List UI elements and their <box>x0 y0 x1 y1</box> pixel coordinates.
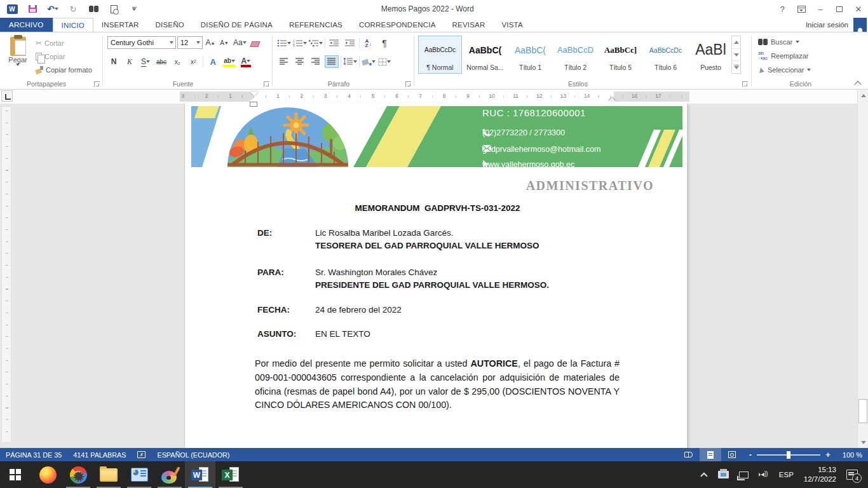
clear-formatting-button[interactable] <box>249 36 262 49</box>
zoom-out-button[interactable]: - <box>749 450 752 459</box>
redo-button[interactable]: ↻ <box>66 3 80 15</box>
help-button[interactable]: ? <box>773 0 792 18</box>
tray-printer[interactable] <box>714 461 733 488</box>
zoom-slider[interactable] <box>757 454 820 456</box>
font-color-button[interactable]: A <box>240 55 252 68</box>
right-indent-marker[interactable] <box>608 97 616 102</box>
styles-scroll-down[interactable] <box>732 49 740 62</box>
taskbar-chrome[interactable] <box>63 461 93 488</box>
copy-button[interactable]: Copiar <box>34 50 93 63</box>
start-button[interactable] <box>0 461 31 488</box>
find-button[interactable]: Buscar <box>758 36 799 48</box>
style-normal-sa[interactable]: AaBbC( Normal Sa... <box>463 36 507 74</box>
taskbar-file-explorer[interactable] <box>93 461 124 488</box>
tray-network[interactable] <box>735 461 753 488</box>
taskbar-word[interactable]: W <box>185 461 215 488</box>
sign-in-area[interactable]: Iniciar sesión <box>806 18 868 32</box>
close-button[interactable]: ✕ <box>849 0 868 18</box>
subscript-button[interactable]: x₂ <box>171 55 184 68</box>
font-family-combo[interactable]: Century Gothi <box>107 36 176 49</box>
font-dialog-launcher[interactable] <box>264 81 269 87</box>
tab-selector[interactable] <box>1 90 13 102</box>
language-indicator[interactable]: ESPAÑOL (ECUADOR) <box>151 448 235 461</box>
tab-correspondencia[interactable]: CORRESPONDENCIA <box>351 18 444 32</box>
decrease-indent-button[interactable] <box>327 37 341 50</box>
horizontal-ruler[interactable]: 32112345678910111213141617 <box>180 92 689 102</box>
tab-inicio[interactable]: INICIO <box>53 18 93 32</box>
style-titulo-1[interactable]: AaBbC( Título 1 <box>508 36 552 74</box>
customize-qat-button[interactable] <box>127 3 141 15</box>
action-center-button[interactable]: 4 <box>842 461 865 488</box>
web-layout-button[interactable] <box>721 448 743 461</box>
show-paragraph-marks-button[interactable]: ¶ <box>377 37 391 50</box>
line-spacing-button[interactable] <box>343 55 357 68</box>
font-size-combo[interactable]: 12 <box>177 36 203 49</box>
minimize-button[interactable]: – <box>811 0 830 18</box>
scroll-up-button[interactable] <box>858 90 868 100</box>
tab-archivo[interactable]: ARCHIVO <box>0 18 53 32</box>
align-center-button[interactable] <box>293 55 307 68</box>
zoom-percentage[interactable]: 100 % <box>837 448 868 461</box>
find-button[interactable] <box>86 3 100 15</box>
ribbon-display-options-button[interactable] <box>792 0 811 18</box>
taskbar-firefox[interactable] <box>32 461 63 488</box>
document-page[interactable]: RUC : 1768120600001 (02)2773220 / 277330… <box>184 104 688 448</box>
styles-dialog-launcher[interactable] <box>742 81 748 87</box>
restore-button[interactable] <box>830 0 849 18</box>
cut-button[interactable]: ✂Cortar <box>34 36 93 50</box>
vertical-scrollbar[interactable] <box>857 90 868 448</box>
undo-button[interactable]: ↶ <box>46 3 60 15</box>
first-line-indent-marker[interactable] <box>250 92 259 96</box>
style-puesto[interactable]: AaBl Puesto <box>689 36 733 74</box>
styles-gallery-scroll[interactable] <box>731 36 741 74</box>
left-indent-marker[interactable] <box>250 102 257 107</box>
proofing-status[interactable]: ✗ <box>132 448 151 461</box>
taskbar-presentation-app[interactable] <box>124 461 154 488</box>
tab-vista[interactable]: VISTA <box>493 18 531 32</box>
justify-button[interactable] <box>325 55 339 68</box>
borders-button[interactable] <box>377 55 391 68</box>
strikethrough-button[interactable]: abc <box>155 55 168 68</box>
body-paragraph[interactable]: Por medio del presente me permito solici… <box>255 357 620 412</box>
style-titulo-5[interactable]: AaBbCc] Título 5 <box>599 36 642 74</box>
highlight-color-button[interactable]: ab <box>222 55 236 68</box>
change-case-button[interactable]: Aa <box>232 36 248 49</box>
tab-revisar[interactable]: REVISAR <box>444 18 494 32</box>
shrink-font-button[interactable]: A▼ <box>218 36 231 49</box>
collapse-ribbon-button[interactable] <box>855 80 860 85</box>
tray-expand-button[interactable] <box>698 461 712 488</box>
scrollbar-thumb[interactable] <box>858 399 867 423</box>
tab-insertar[interactable]: INSERTAR <box>93 18 147 32</box>
taskbar-excel[interactable]: X <box>215 461 246 488</box>
paragraph-dialog-launcher[interactable] <box>405 81 411 87</box>
styles-scroll-up[interactable] <box>732 36 740 49</box>
taskbar-paint[interactable] <box>154 461 185 488</box>
word-count[interactable]: 4141 PALABRAS <box>67 448 132 461</box>
text-effects-button[interactable]: A <box>207 55 219 68</box>
word-logo-icon[interactable]: W <box>5 3 19 15</box>
save-button[interactable] <box>25 3 39 15</box>
read-mode-button[interactable] <box>678 448 700 461</box>
vertical-ruler[interactable] <box>1 106 11 443</box>
format-painter-button[interactable]: Copiar formato <box>34 63 93 76</box>
style-titulo-6[interactable]: AaBbCcDc Título 6 <box>644 36 688 74</box>
superscript-button[interactable]: x² <box>187 55 200 68</box>
tab-diseno-de-pagina[interactable]: DISEÑO DE PÁGINA <box>193 18 281 32</box>
tray-language[interactable]: ESP <box>775 461 798 488</box>
sort-button[interactable]: AZ↓ <box>362 37 376 50</box>
shading-button[interactable] <box>362 55 376 68</box>
multilevel-list-button[interactable] <box>309 37 323 50</box>
replace-button[interactable]: ab⇢ac Reemplazar <box>758 50 808 62</box>
paste-button[interactable]: Pegar <box>4 35 32 85</box>
grow-font-button[interactable]: A▲ <box>204 36 217 49</box>
style-normal[interactable]: AaBbCcDc ¶ Normal <box>418 36 462 74</box>
numbering-button[interactable]: 123 <box>293 37 307 50</box>
tray-volume[interactable] <box>754 461 773 488</box>
bold-button[interactable]: N <box>107 55 120 68</box>
tab-diseno[interactable]: DISEÑO <box>147 18 193 32</box>
scroll-down-button[interactable] <box>858 437 868 447</box>
tab-referencias[interactable]: REFERENCIAS <box>281 18 351 32</box>
zoom-slider-thumb[interactable] <box>787 451 790 459</box>
tray-clock[interactable]: 15:13 12/7/2022 <box>799 461 841 488</box>
style-titulo-2[interactable]: AaBbCcD Título 2 <box>553 36 597 74</box>
